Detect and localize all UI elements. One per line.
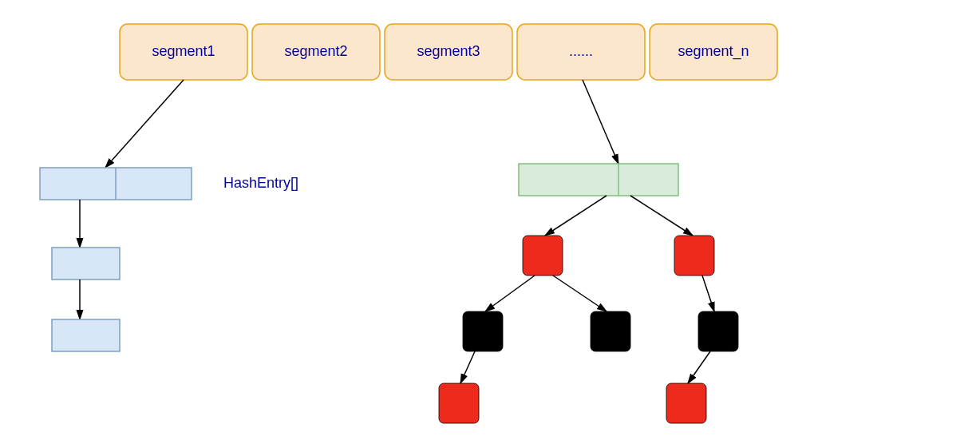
tree-red-node-bottom-left [439, 383, 479, 423]
tree-red-node-bottom-right [666, 383, 706, 423]
tree-black-node-right [698, 311, 738, 351]
list-node-2 [52, 319, 120, 351]
list-node-1 [52, 248, 120, 280]
tree-red-node-top-left [523, 236, 563, 276]
segment-1-label: segment1 [152, 43, 215, 59]
segment-2-label: segment2 [284, 43, 347, 59]
tree-red-node-top-right [674, 236, 714, 276]
arrow-redR-to-blackR [702, 276, 714, 311]
tree-bin-right [439, 164, 738, 423]
tree-black-node-left [463, 311, 503, 351]
segment-n-label: segment_n [678, 43, 749, 60]
segment-ellipsis-label: ...... [569, 43, 593, 59]
arrow-redL-to-blackL [485, 276, 535, 311]
arrow-blackL-to-redBottomL [460, 351, 475, 383]
arrow-array-to-red-right [630, 196, 693, 236]
tree-black-node-middle [591, 311, 630, 351]
segment-3-label: segment3 [417, 43, 480, 59]
arrow-blackR-to-redBottomR [688, 351, 710, 383]
arrow-seg4-to-green-array [583, 80, 618, 164]
arrow-seg1-to-hashentry [105, 80, 184, 168]
tree-array-box [519, 164, 678, 196]
segment-row: segment1 segment2 segment3 ...... segmen… [120, 24, 777, 80]
arrow-redL-to-blackM [553, 276, 607, 311]
arrow-array-to-red-left [545, 196, 607, 236]
hashentry-array-left: HashEntry[] [40, 168, 298, 351]
diagram-root: segment1 segment2 segment3 ...... segmen… [0, 0, 980, 448]
hashentry-label: HashEntry[] [223, 175, 298, 191]
